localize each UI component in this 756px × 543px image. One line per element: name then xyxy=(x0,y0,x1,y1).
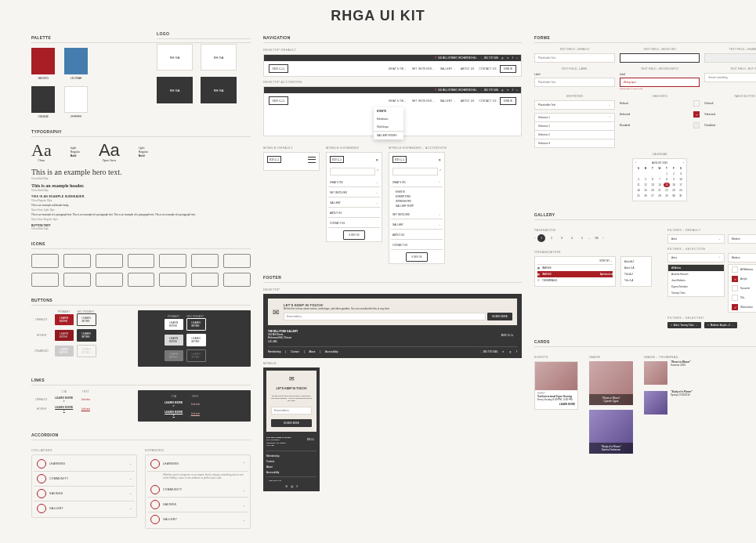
facebook-icon[interactable]: f xyxy=(296,484,297,488)
filter-option[interactable]: Jean Roberts xyxy=(668,277,724,284)
org-tab-images[interactable]: ▦IMAGES xyxy=(537,265,613,271)
nav-link[interactable]: GET INVOLVED⌄ xyxy=(391,211,443,219)
accordion-item[interactable]: GALLERY⌄ xyxy=(147,512,248,527)
brand-logo[interactable]: RH GA xyxy=(267,156,281,163)
twitter-icon[interactable]: ✕ xyxy=(507,89,509,92)
facebook-icon[interactable]: f xyxy=(516,350,517,353)
calendar-day[interactable]: 29 xyxy=(664,194,670,198)
footer-link[interactable]: Membership xyxy=(266,454,317,458)
calendar-day[interactable]: 23 xyxy=(671,188,677,193)
nav-link[interactable]: WHAT'S ON ⌄ xyxy=(389,100,407,103)
nav-link[interactable]: GALLERY ⌄ xyxy=(440,67,456,71)
image-card[interactable]: "Roses in Bloom"Cjaertie Cjyae xyxy=(589,361,633,405)
thumbnail-card[interactable]: "Roses in Bloom"Summer 2019 xyxy=(644,361,714,385)
brand-logo[interactable]: RH GA xyxy=(269,96,288,105)
calendar-day[interactable]: 28 xyxy=(657,194,663,198)
nav-link[interactable]: ABOUT US xyxy=(461,67,475,71)
calendar-day[interactable]: 8 xyxy=(664,177,670,182)
calendar-day[interactable]: 25 xyxy=(635,194,642,198)
instagram-icon[interactable]: ◎ xyxy=(509,350,512,353)
text-field-error[interactable] xyxy=(620,78,700,87)
search-icon[interactable]: ⌕ xyxy=(516,56,518,60)
btn-dk-secondary-default[interactable]: LEARN MORE xyxy=(186,318,207,331)
facebook-icon[interactable]: f xyxy=(512,89,513,92)
calendar-next[interactable]: › xyxy=(683,161,684,165)
calendar-day[interactable]: 12 xyxy=(642,183,649,187)
calendar-day[interactable]: 17 xyxy=(678,183,684,187)
accordion-item[interactable]: LEARNING⌃ xyxy=(147,457,248,472)
subscribe-button[interactable]: SUBSCRIBE xyxy=(271,419,312,427)
accordion-item[interactable]: SAVINGS⌄ xyxy=(34,487,135,501)
nav-link[interactable]: GET INVOLVED ⌄ xyxy=(412,100,436,103)
nav-link[interactable]: CONTACT US xyxy=(328,219,380,228)
filter-option[interactable]: All Artists xyxy=(668,265,724,271)
calendar-day[interactable]: 24 xyxy=(678,188,684,193)
brand-logo[interactable]: RH GA xyxy=(392,156,407,163)
filter-medium[interactable]: Medium⌄ xyxy=(728,234,756,244)
calendar-day[interactable]: 15 xyxy=(664,183,670,187)
calendar-day[interactable]: 26 xyxy=(642,194,649,198)
calendar-day[interactable]: 22 xyxy=(664,188,670,193)
filter-option[interactable]: Annette Hansen xyxy=(668,271,724,277)
search-icon[interactable]: ⌕ xyxy=(516,89,518,92)
btn-dk-primary-hover[interactable]: LEARN MORE xyxy=(165,335,183,346)
search-icon[interactable]: ⌕ xyxy=(439,168,441,176)
mobile-search-input[interactable] xyxy=(392,168,438,176)
link-text-hover[interactable]: Link text xyxy=(77,407,96,411)
nav-link[interactable]: ABOUT US xyxy=(328,209,380,218)
instagram-icon[interactable]: ◎ xyxy=(501,89,504,92)
filter-chip[interactable]: × Artist: Tammy Chen ⌄ xyxy=(667,322,701,328)
filter-artist-open[interactable]: Artist⌃ xyxy=(667,253,725,262)
event-card[interactable]: EVENT Non-Instructional Figure Drawing E… xyxy=(534,361,578,410)
link-dk-cta-default[interactable]: LEARN MORE > xyxy=(165,401,183,407)
nav-link[interactable]: CONTACT US xyxy=(479,100,497,103)
accordion-item[interactable]: COMMUNITY⌄ xyxy=(147,483,248,498)
filter-option[interactable]: ✓Watercolour xyxy=(729,302,756,312)
calendar-day[interactable]: 21 xyxy=(657,188,663,193)
accordion-item[interactable]: COMMUNITY⌄ xyxy=(34,472,135,487)
nav-subitem[interactable]: EVENTS xyxy=(396,190,438,194)
nav-link[interactable]: CONTACT US xyxy=(479,67,497,71)
brand-logo[interactable]: RH GA xyxy=(269,64,288,73)
link-cta-default[interactable]: LEARN MORE > xyxy=(55,396,74,403)
footer-link[interactable]: About xyxy=(266,465,317,469)
calendar-day[interactable]: 14 xyxy=(657,183,663,187)
org-tab-images-selected[interactable]: ▦IMAGESAlphabetical xyxy=(537,271,613,277)
sign-in-button[interactable]: SIGN IN xyxy=(406,252,427,262)
text-field-selected[interactable] xyxy=(620,53,700,63)
nav-dropdown-item[interactable]: Exhibitions xyxy=(374,115,403,123)
page-number[interactable]: 5 xyxy=(578,234,586,242)
btn-secondary-hover[interactable]: LEARN MORE xyxy=(77,329,97,342)
footer-link[interactable]: Contact xyxy=(291,350,298,353)
calendar-day[interactable]: 2 xyxy=(671,172,677,176)
calendar-day[interactable]: 9 xyxy=(671,177,677,182)
mobile-search-input[interactable] xyxy=(330,168,375,176)
calendar-day[interactable]: 4 xyxy=(635,177,642,182)
nav-link[interactable]: GET INVOLVED⌄ xyxy=(328,189,380,197)
sort-option[interactable]: Title Z-A xyxy=(623,277,649,284)
filter-option[interactable]: Oils xyxy=(729,293,756,302)
event-more-link[interactable]: LEARN MORE xyxy=(537,404,575,407)
nav-link[interactable]: WHAT'S ON⌃ xyxy=(391,179,443,187)
btn-primary-default[interactable]: LEARN MORE xyxy=(55,314,74,325)
accordion-item[interactable]: SAVINGS⌄ xyxy=(147,498,248,512)
footer-link[interactable]: Contact xyxy=(266,460,317,463)
nav-link[interactable]: ABOUT US xyxy=(461,100,475,103)
btn-secondary-default[interactable]: LEARN MORE xyxy=(77,313,97,326)
facebook-icon[interactable]: f xyxy=(512,56,513,60)
nav-link[interactable]: WHAT'S ON ⌄ xyxy=(389,67,407,71)
filter-option[interactable]: ✓Acrylic xyxy=(729,274,756,284)
page-number[interactable]: 2 xyxy=(548,234,555,242)
calendar-day[interactable]: 3 xyxy=(678,172,684,176)
nav-link[interactable]: ABOUT US xyxy=(391,231,443,240)
calendar-day[interactable]: 6 xyxy=(649,177,656,182)
dropdown-closed[interactable]: Placeholder Text⌄ xyxy=(534,100,615,110)
btn-primary-hover[interactable]: LEARN MORE xyxy=(55,330,74,341)
footer-link[interactable]: Membership xyxy=(268,350,281,353)
org-tab-thumbnails[interactable]: ☰THUMBNAILS xyxy=(537,277,613,284)
filter-option[interactable]: Tammy Chen xyxy=(668,290,724,296)
calendar-day[interactable]: 7 xyxy=(657,177,663,182)
calendar-day[interactable]: 20 xyxy=(649,188,656,193)
twitter-icon[interactable]: ✕ xyxy=(507,56,509,60)
page-prev[interactable]: ‹ xyxy=(534,237,535,240)
